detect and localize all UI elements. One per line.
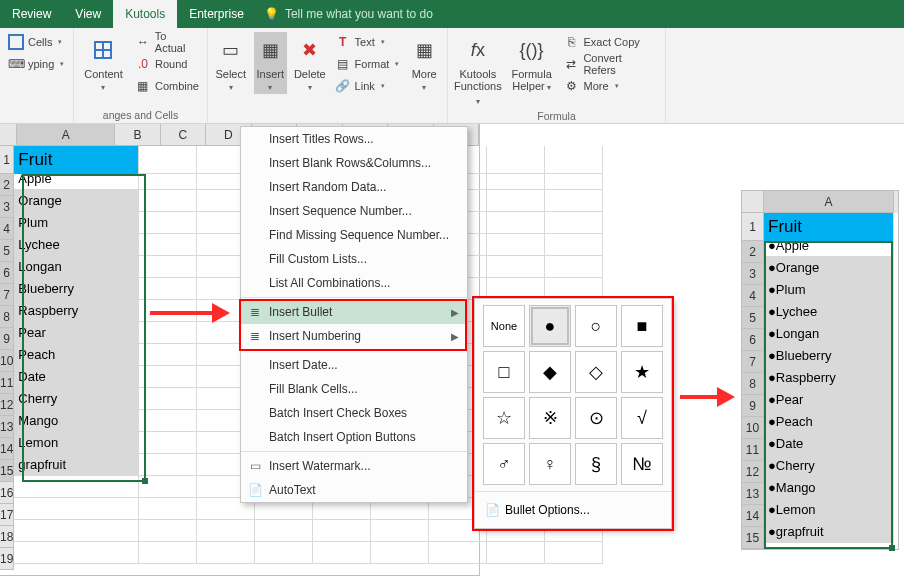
tab-view[interactable]: View [63,0,113,28]
text-button[interactable]: TText▾ [333,32,402,52]
bullet-options-item[interactable]: 📄Bullet Options... [481,498,665,522]
bullet-chip[interactable]: ◇ [575,351,617,393]
cell[interactable] [139,498,197,520]
col-header[interactable]: A [17,124,115,146]
cell[interactable] [255,542,313,564]
cell[interactable] [313,520,371,542]
menu-insert-date[interactable]: Insert Date... [241,353,467,377]
menu-list-all-combinations[interactable]: List All Combinations... [241,271,467,295]
exact-copy-button[interactable]: ⎘Exact Copy [562,32,659,52]
row-header[interactable]: 6 [742,329,764,351]
cells-button[interactable]: Cells▾ [6,32,66,52]
bullet-chip[interactable]: None [483,305,525,347]
link-button[interactable]: 🔗Link▾ [333,76,402,96]
cell[interactable] [429,542,487,564]
cell[interactable] [545,168,603,190]
cell[interactable] [545,278,603,300]
row-header[interactable]: 2 [742,241,764,263]
row-header[interactable]: 8 [742,373,764,395]
cell[interactable] [545,212,603,234]
row-header[interactable]: 5 [742,307,764,329]
cell[interactable] [139,344,197,366]
cell[interactable] [255,520,313,542]
row-header[interactable]: 16 [0,482,14,504]
row-header[interactable]: 10 [0,350,14,372]
cell[interactable] [139,190,197,212]
cell[interactable] [545,234,603,256]
bullet-chip[interactable]: ■ [621,305,663,347]
row-header[interactable]: 3 [0,196,14,218]
bullet-chip[interactable]: ♀ [529,443,571,485]
menu-insert-watermark[interactable]: ▭Insert Watermark... [241,454,467,478]
cell[interactable]: grapfruit [14,454,139,476]
cell[interactable] [487,542,545,564]
cell[interactable] [487,234,545,256]
cell[interactable]: Mango [14,410,139,432]
bullet-chip[interactable]: ※ [529,397,571,439]
menu-batch-checkboxes[interactable]: Batch Insert Check Boxes [241,401,467,425]
bullet-chip[interactable]: ♂ [483,443,525,485]
cell[interactable]: Longan [14,256,139,278]
select-button[interactable]: ▭ Select▾ [214,32,248,94]
kutools-functions-button[interactable]: fx Kutools Functions ▾ [454,32,502,108]
menu-insert-titles-rows[interactable]: Insert Titles Rows... [241,127,467,151]
bullet-chip[interactable]: ☆ [483,397,525,439]
menu-autotext[interactable]: 📄AutoText [241,478,467,502]
cell[interactable] [545,190,603,212]
cell[interactable]: ●Raspberry [764,367,894,389]
cell[interactable] [487,278,545,300]
row-header[interactable]: 14 [0,438,14,460]
bullet-chip[interactable]: § [575,443,617,485]
cell[interactable] [139,366,197,388]
row-header[interactable]: 18 [0,526,14,548]
cell[interactable]: Apple [14,168,139,190]
cell[interactable]: ●Peach [764,411,894,433]
tab-review[interactable]: Review [0,0,63,28]
insert-button[interactable]: ▦ Insert▾ [254,32,288,94]
cell[interactable] [14,476,139,498]
tab-enterprise[interactable]: Enterprise [177,0,256,28]
cell[interactable]: ●Longan [764,323,894,345]
menu-insert-random-data[interactable]: Insert Random Data... [241,175,467,199]
cell[interactable] [139,322,197,344]
bullet-chip[interactable]: ◆ [529,351,571,393]
round-button[interactable]: .0Round [133,54,201,74]
cell[interactable] [139,520,197,542]
convert-refers-button[interactable]: ⇄Convert Refers [562,54,659,74]
cell[interactable] [139,432,197,454]
menu-insert-sequence-number[interactable]: Insert Sequence Number... [241,199,467,223]
cell[interactable]: ●Lemon [764,499,894,521]
format-button[interactable]: ▤Format▾ [333,54,402,74]
row-header[interactable]: 5 [0,240,14,262]
row-header[interactable]: 4 [742,285,764,307]
right-sheet[interactable]: A123456789101112131415Fruit●Apple●Orange… [741,190,899,550]
more-button[interactable]: ▦ More▾ [407,32,441,94]
menu-fill-blank-cells[interactable]: Fill Blank Cells... [241,377,467,401]
menu-insert-blank-rows[interactable]: Insert Blank Rows&Columns... [241,151,467,175]
cell[interactable] [487,190,545,212]
to-actual-button[interactable]: ↔To Actual [133,32,201,52]
bullet-chip[interactable]: √ [621,397,663,439]
col-header[interactable]: A [764,191,894,213]
cell[interactable]: ●Pear [764,389,894,411]
cell[interactable] [197,542,255,564]
cell[interactable] [14,520,139,542]
row-header[interactable]: 11 [0,372,14,394]
cell[interactable]: Raspberry [14,300,139,322]
bullet-chip[interactable]: ○ [575,305,617,347]
row-header[interactable]: 15 [0,460,14,482]
bullet-chip[interactable]: ⊙ [575,397,617,439]
cell[interactable] [139,388,197,410]
cell[interactable]: Lychee [14,234,139,256]
cell[interactable]: ●Blueberry [764,345,894,367]
cell[interactable] [313,542,371,564]
menu-insert-bullet[interactable]: ≣Insert Bullet▶ [241,300,467,324]
delete-button[interactable]: ✖ Delete▾ [293,32,327,94]
cell[interactable] [139,278,197,300]
cell[interactable] [139,256,197,278]
cell[interactable]: Date [14,366,139,388]
row-header[interactable]: 11 [742,439,764,461]
cell[interactable] [139,454,197,476]
cell[interactable] [139,212,197,234]
row-header[interactable]: 12 [0,394,14,416]
